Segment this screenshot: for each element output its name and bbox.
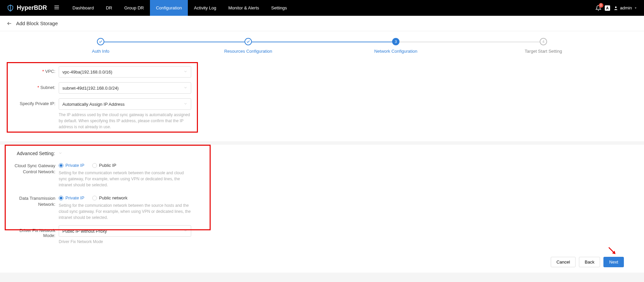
radio-icon — [92, 196, 97, 200]
step-1: Auth Info — [27, 38, 174, 54]
cloud-sync-help: Setting for the communication network be… — [59, 170, 191, 188]
data-trans-radio-group: Private IP Public network — [59, 193, 191, 200]
nav-dashboard[interactable]: Dashboard — [66, 0, 100, 16]
driver-fix-select[interactable]: Public IP without Proxy — [59, 225, 191, 237]
cloud-sync-public-ip[interactable]: Public IP — [92, 163, 116, 168]
language-toggle[interactable]: A — [605, 5, 610, 11]
nav-activity-log[interactable]: Activity Log — [188, 0, 222, 16]
cloud-sync-radio-group: Private IP Public IP — [59, 160, 191, 168]
advanced-settings: Advanced Setting: Cloud Sync Gateway Con… — [0, 145, 644, 251]
cloud-sync-row: Cloud Sync Gateway Control Network: Priv… — [7, 160, 637, 188]
brand-text: HyperBDR — [17, 4, 47, 11]
vpc-label: VPC: — [7, 66, 59, 74]
nav-right: 0 A admin — [595, 5, 637, 11]
subnet-row: Subnet: subnet-49d1(192.168.0.0/24) — [7, 82, 637, 94]
vpc-row: VPC: vpc-49ba(192.168.0.0/16) — [7, 66, 637, 78]
chevron-down-icon — [183, 86, 187, 91]
private-ip-row: Specify Private IP: Automatically Assign… — [7, 98, 637, 130]
divider — [0, 141, 644, 145]
brand: HyperBDR — [7, 4, 47, 12]
driver-fix-label: Driver Fix Network Mode: — [7, 225, 59, 238]
driver-fix-help: Driver Fix Network Mode — [59, 239, 191, 245]
alert-badge: 0 — [599, 3, 603, 8]
network-form: VPC: vpc-49ba(192.168.0.0/16) Subnet: su… — [0, 62, 644, 141]
data-trans-row: Data Transmission Network: Private IP Pu… — [7, 193, 637, 221]
step-3: 3 Network Configuration — [322, 38, 470, 54]
step-2: Resources Configuration — [174, 38, 322, 54]
user-icon — [613, 6, 618, 10]
svg-marker-6 — [612, 251, 615, 254]
back-button[interactable]: Back — [579, 257, 600, 267]
stepper: Auth Info Resources Configuration 3 Netw… — [0, 31, 644, 62]
nav-monitor-alerts[interactable]: Monitor & Alerts — [222, 0, 265, 16]
private-ip-select[interactable]: Automatically Assign IP Address — [59, 98, 191, 110]
check-icon — [245, 38, 252, 45]
chevron-down-icon — [183, 229, 187, 234]
nav-configuration[interactable]: Configuration — [150, 0, 188, 16]
nav-group-dr[interactable]: Group DR — [118, 0, 150, 16]
subnet-select[interactable]: subnet-49d1(192.168.0.0/24) — [59, 82, 191, 94]
cloud-sync-label: Cloud Sync Gateway Control Network: — [7, 160, 59, 175]
chevron-down-icon — [58, 151, 62, 156]
driver-fix-row: Driver Fix Network Mode: Public IP witho… — [7, 225, 637, 245]
check-icon — [97, 38, 104, 45]
page-title: Add Block Storage — [16, 20, 58, 26]
radio-icon — [59, 163, 63, 168]
cancel-button[interactable]: Cancel — [551, 257, 576, 267]
subnet-label: Subnet: — [7, 82, 59, 90]
chevron-down-icon — [183, 102, 187, 107]
nav-dr[interactable]: DR — [100, 0, 118, 16]
nav-items: Dashboard DR Group DR Configuration Acti… — [66, 0, 293, 16]
data-trans-private-ip[interactable]: Private IP — [59, 195, 84, 200]
svg-point-3 — [615, 6, 616, 8]
footer: Cancel Back Next — [0, 251, 644, 273]
private-ip-help: The IP address used by the cloud sync ga… — [59, 112, 191, 130]
cloud-sync-private-ip[interactable]: Private IP — [59, 163, 84, 168]
radio-icon — [92, 163, 97, 168]
username: admin — [620, 5, 632, 10]
page-header: Add Block Storage — [0, 16, 644, 31]
radio-icon — [59, 196, 63, 200]
data-trans-help: Setting for the communication network be… — [59, 202, 191, 221]
private-ip-label: Specify Private IP: — [7, 98, 59, 106]
data-trans-public-network[interactable]: Public network — [92, 195, 127, 200]
chevron-down-icon — [634, 6, 637, 10]
nav-settings[interactable]: Settings — [265, 0, 293, 16]
shield-icon — [7, 4, 14, 12]
bell-icon[interactable]: 0 — [595, 5, 601, 11]
user-menu[interactable]: admin — [613, 5, 637, 10]
top-nav: HyperBDR Dashboard DR Group DR Configura… — [0, 0, 644, 16]
hamburger-icon[interactable] — [54, 4, 60, 11]
next-button[interactable]: Next — [603, 257, 624, 267]
chevron-down-icon — [183, 69, 187, 75]
vpc-select[interactable]: vpc-49ba(192.168.0.0/16) — [59, 66, 191, 78]
step-4: 4 Target Start Setting — [470, 38, 617, 54]
data-trans-label: Data Transmission Network: — [7, 193, 59, 207]
advanced-title[interactable]: Advanced Setting: — [7, 149, 637, 160]
back-arrow-icon[interactable] — [7, 21, 12, 26]
